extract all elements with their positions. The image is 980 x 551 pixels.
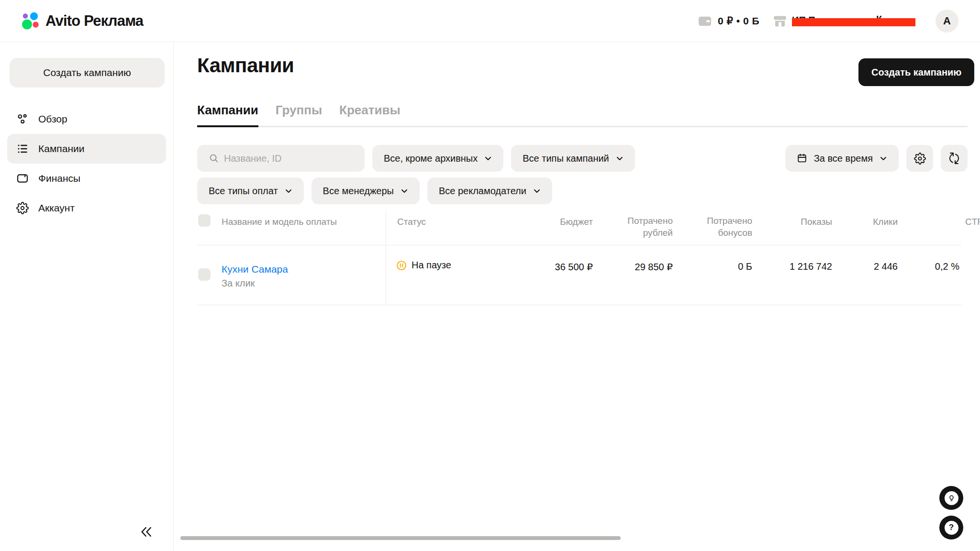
sidebar-nav: Обзор Кампании Финансы xyxy=(7,104,166,223)
archive-filter-dropdown[interactable]: Все, кроме архивных xyxy=(372,145,503,172)
column-header-spent-bonus: Потрачено бонусов xyxy=(690,215,752,239)
sidebar-item-label: Кампании xyxy=(38,143,84,154)
status-badge: На паузе xyxy=(396,260,451,271)
payment-model: За клик xyxy=(222,278,255,289)
managers-label: Все менеджеры xyxy=(323,186,394,197)
sidebar-item-label: Финансы xyxy=(38,173,80,184)
advertisers-label: Все рекламодатели xyxy=(439,186,526,197)
help-fab[interactable]: ? xyxy=(939,516,963,540)
gear-icon xyxy=(16,202,29,214)
column-header-name: Название и модель оплаты xyxy=(222,216,337,228)
advertisers-dropdown[interactable]: Все рекламодатели xyxy=(427,177,552,204)
tabs: Кампании Группы Креативы xyxy=(197,103,968,127)
campaign-type-dropdown[interactable]: Все типы кампаний xyxy=(511,145,635,172)
chevron-down-icon xyxy=(285,187,292,195)
sidebar-item-overview[interactable]: Обзор xyxy=(7,104,166,134)
filters-row-2: Все типы оплат Все менеджеры Все рекламо… xyxy=(197,177,552,204)
chevron-down-icon xyxy=(880,154,887,162)
hints-fab[interactable] xyxy=(939,486,963,510)
chevron-down-icon xyxy=(616,154,624,162)
tab-groups[interactable]: Группы xyxy=(276,103,322,126)
sidebar-item-account[interactable]: Аккаунт xyxy=(7,193,166,223)
column-header-spent-rub: Потрачено рублей xyxy=(611,215,673,239)
create-campaign-button-sidebar[interactable]: Создать кампанию xyxy=(10,58,165,88)
column-header-budget: Бюджет xyxy=(531,216,593,228)
column-header-clicks: Клики xyxy=(835,216,898,228)
avito-logo[interactable]: Avito Реклама xyxy=(22,11,143,31)
cell-clicks: 2 446 xyxy=(835,261,898,272)
cell-impressions: 1 216 742 xyxy=(770,261,832,272)
wallet-outline-icon xyxy=(16,172,29,185)
gear-icon xyxy=(914,153,926,165)
list-icon xyxy=(16,143,29,155)
avatar[interactable]: A xyxy=(935,10,958,33)
column-header-ctr: CTR xyxy=(922,216,980,228)
sidebar-item-finance[interactable]: Финансы xyxy=(7,164,166,193)
avatar-initial: A xyxy=(943,15,951,27)
collapse-sidebar-button[interactable] xyxy=(137,523,156,541)
pause-icon xyxy=(396,260,407,271)
cell-spent-bonus: 0 Б xyxy=(690,261,752,272)
tab-campaigns[interactable]: Кампании xyxy=(197,103,258,127)
sidebar-item-campaigns[interactable]: Кампании xyxy=(7,134,166,164)
column-header-impressions: Показы xyxy=(770,216,832,228)
company-selector[interactable]: ИП П К xyxy=(773,13,915,29)
search-input[interactable] xyxy=(224,153,353,164)
table-settings-button[interactable] xyxy=(906,145,933,172)
sidebar-item-label: Аккаунт xyxy=(38,202,75,214)
campaign-name-link[interactable]: Кухни Самара xyxy=(222,264,288,275)
date-range-dropdown[interactable]: За все время xyxy=(785,145,899,172)
storefront-icon xyxy=(773,14,787,28)
sidebar: Создать кампанию Обзор Кампании xyxy=(0,42,174,551)
status-text: На паузе xyxy=(412,260,451,271)
horizontal-scrollbar[interactable] xyxy=(180,536,621,540)
redaction-bar xyxy=(792,18,915,26)
column-divider xyxy=(386,211,386,305)
archive-filter-label: Все, кроме архивных xyxy=(384,153,478,164)
balance-text: 0 ₽ • 0 Б xyxy=(718,15,759,27)
row-separator xyxy=(197,305,961,305)
cell-ctr: 0,2 % xyxy=(897,261,959,272)
column-header-status: Статус xyxy=(397,216,426,228)
wallet-icon xyxy=(698,15,712,27)
select-all-checkbox[interactable] xyxy=(198,214,211,227)
row-checkbox[interactable] xyxy=(198,268,211,281)
campaign-type-label: Все типы кампаний xyxy=(523,153,609,164)
cell-budget: 36 500 ₽ xyxy=(531,261,593,273)
chevrons-left-icon xyxy=(139,525,154,539)
cell-spent-rub: 29 850 ₽ xyxy=(611,261,673,273)
chevron-down-icon xyxy=(533,187,541,195)
refresh-button[interactable] xyxy=(941,145,968,172)
question-icon: ? xyxy=(945,521,958,535)
header-separator xyxy=(197,245,961,245)
payment-type-dropdown[interactable]: Все типы оплат xyxy=(197,177,304,204)
chevron-down-icon xyxy=(484,154,492,162)
payment-type-label: Все типы оплат xyxy=(209,186,278,197)
avito-logo-mark-icon xyxy=(22,11,41,31)
page-title: Кампании xyxy=(197,54,294,77)
lightbulb-icon xyxy=(945,491,958,505)
tab-creatives[interactable]: Креативы xyxy=(339,103,401,126)
date-range-label: За все время xyxy=(814,153,873,164)
filters-row-1: Все, кроме архивных Все типы кампаний За… xyxy=(197,145,968,172)
topbar: Avito Реклама 0 ₽ • 0 Б ИП П К xyxy=(0,0,980,42)
avito-ads-campaigns-page: { "brand": { "name": "Avito Реклама" }, … xyxy=(0,0,980,551)
balance-indicator[interactable]: 0 ₽ • 0 Б xyxy=(698,15,759,27)
calendar-icon xyxy=(797,153,807,164)
search-field[interactable] xyxy=(197,145,365,172)
managers-dropdown[interactable]: Все менеджеры xyxy=(312,177,420,204)
topbar-right: 0 ₽ • 0 Б ИП П К A xyxy=(698,10,958,33)
sidebar-item-label: Обзор xyxy=(38,113,67,125)
refresh-icon xyxy=(948,153,960,164)
company-name-redacted: ИП П К xyxy=(792,13,915,29)
chevron-down-icon xyxy=(401,187,408,195)
create-campaign-button[interactable]: Создать кампанию xyxy=(858,58,974,86)
search-icon xyxy=(209,153,219,164)
brand-name: Avito Реклама xyxy=(45,12,143,30)
overview-icon xyxy=(16,113,29,125)
